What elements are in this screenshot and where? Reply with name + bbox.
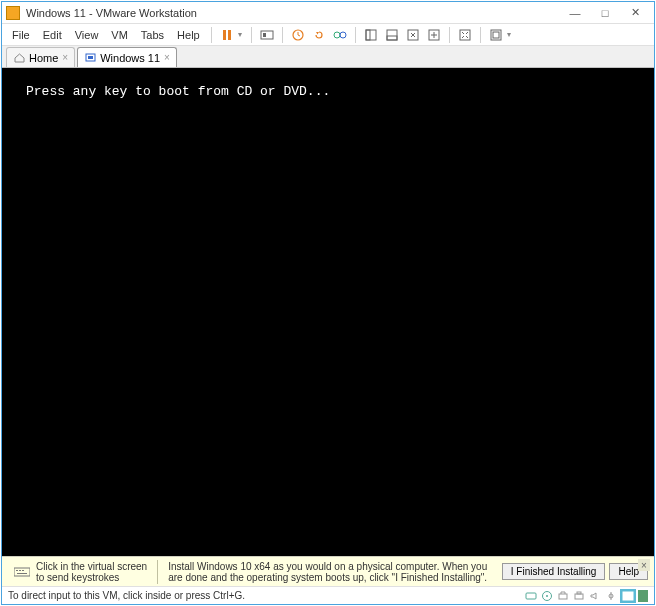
power-dropdown-icon[interactable]: ▾ [238,30,246,39]
svg-rect-13 [460,30,470,40]
status-message: To direct input to this VM, click inside… [8,590,522,601]
menu-tabs[interactable]: Tabs [135,27,170,43]
window-title: Windows 11 - VMware Workstation [26,7,560,19]
minimize-button[interactable]: — [560,4,590,22]
svg-rect-18 [14,568,30,576]
svg-rect-22 [17,573,27,574]
svg-rect-20 [19,570,21,571]
finished-installing-button[interactable]: I Finished Installing [502,563,606,580]
layout-3-icon[interactable] [403,26,423,44]
status-floppy-icon[interactable] [620,589,636,603]
hint-click-line1: Click in the virtual screen [36,561,147,572]
hint-bar: × Click in the virtual screen to send ke… [2,556,654,586]
status-net-icon[interactable] [556,589,570,603]
tab-vm-close-icon[interactable]: × [164,52,170,63]
hint-separator [157,560,158,584]
toolbar-separator [355,27,356,43]
svg-rect-17 [88,56,93,59]
hint-click-line2: to send keystrokes [36,572,147,583]
tab-home[interactable]: Home × [6,47,75,67]
svg-rect-10 [387,36,397,40]
svg-rect-0 [223,30,226,40]
menubar: File Edit View VM Tabs Help ▾ ▾ [2,24,654,46]
hint-install-msg: Install Windows 10 x64 as you would on a… [162,561,498,583]
home-icon [13,52,25,64]
svg-rect-27 [575,594,583,599]
svg-rect-3 [263,33,266,37]
toolbar-separator [449,27,450,43]
close-button[interactable]: ✕ [620,4,650,22]
svg-rect-9 [387,30,397,40]
tab-home-label: Home [29,52,58,64]
svg-rect-30 [623,592,633,600]
svg-rect-26 [559,594,567,599]
toolbar-separator [282,27,283,43]
menu-help[interactable]: Help [171,27,206,43]
layout-1-icon[interactable] [361,26,381,44]
svg-rect-21 [22,570,24,571]
tab-bar: Home × Windows 11 × [2,46,654,68]
svg-rect-15 [493,32,499,38]
svg-point-5 [334,32,340,38]
svg-rect-23 [526,593,536,599]
status-usb-icon[interactable] [604,589,618,603]
svg-rect-8 [366,30,370,40]
vm-display[interactable]: Press any key to boot from CD or DVD... [2,68,654,556]
pause-icon[interactable] [217,26,237,44]
status-cd-icon[interactable] [540,589,554,603]
titlebar: Windows 11 - VMware Workstation — □ ✕ [2,2,654,24]
layout-2-icon[interactable] [382,26,402,44]
tab-vm-label: Windows 11 [100,52,160,64]
svg-rect-19 [16,570,18,571]
hint-close-icon[interactable]: × [638,559,650,571]
svg-point-25 [546,595,548,597]
vmware-app-icon [6,6,20,20]
toolbar-separator [211,27,212,43]
workstation-window: Windows 11 - VMware Workstation — □ ✕ Fi… [1,1,655,605]
status-sound-icon[interactable] [588,589,602,603]
status-print-icon[interactable] [572,589,586,603]
toolbar-separator [251,27,252,43]
tab-vm-windows11[interactable]: Windows 11 × [77,47,177,67]
svg-rect-1 [228,30,231,40]
send-ctrl-alt-del-icon[interactable] [257,26,277,44]
vm-tab-icon [84,52,96,64]
unity-dropdown-icon[interactable]: ▾ [507,30,515,39]
keyboard-icon [14,566,30,578]
snapshot-icon[interactable] [288,26,308,44]
menu-view[interactable]: View [69,27,105,43]
menu-vm[interactable]: VM [105,27,134,43]
svg-rect-7 [366,30,376,40]
status-indicator-icon[interactable] [638,590,648,602]
tab-home-close-icon[interactable]: × [62,52,68,63]
maximize-button[interactable]: □ [590,4,620,22]
menu-edit[interactable]: Edit [37,27,68,43]
svg-rect-2 [261,31,273,39]
status-bar: To direct input to this VM, click inside… [2,586,654,604]
menu-file[interactable]: File [6,27,36,43]
layout-4-icon[interactable] [424,26,444,44]
status-hdd-icon[interactable] [524,589,538,603]
toolbar-separator [480,27,481,43]
unity-icon[interactable] [486,26,506,44]
svg-rect-28 [577,592,581,594]
snapshot-manager-icon[interactable] [330,26,350,44]
fullscreen-icon[interactable] [455,26,475,44]
vm-boot-text: Press any key to boot from CD or DVD... [26,84,330,99]
svg-point-6 [340,32,346,38]
snapshot-revert-icon[interactable] [309,26,329,44]
